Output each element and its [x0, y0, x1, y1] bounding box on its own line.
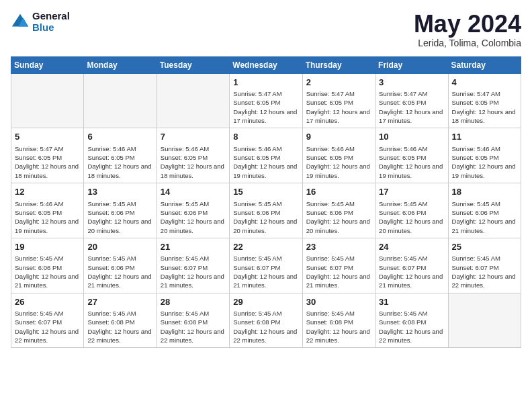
- calendar-cell: 6Sunrise: 5:46 AM Sunset: 6:05 PM Daylig…: [84, 128, 157, 183]
- day-number: 28: [161, 296, 226, 308]
- day-number: 30: [306, 296, 371, 308]
- day-header-thursday: Thursday: [302, 56, 375, 73]
- day-number: 31: [379, 296, 444, 308]
- day-number: 23: [306, 241, 371, 253]
- calendar-cell: [448, 293, 521, 348]
- day-info: Sunrise: 5:45 AM Sunset: 6:08 PM Dayligh…: [233, 309, 298, 345]
- day-number: 11: [452, 131, 517, 143]
- day-info: Sunrise: 5:45 AM Sunset: 6:08 PM Dayligh…: [306, 309, 371, 345]
- day-header-friday: Friday: [375, 56, 448, 73]
- day-info: Sunrise: 5:46 AM Sunset: 6:05 PM Dayligh…: [233, 144, 298, 180]
- calendar-cell: 24Sunrise: 5:45 AM Sunset: 6:07 PM Dayli…: [375, 238, 448, 293]
- day-info: Sunrise: 5:45 AM Sunset: 6:06 PM Dayligh…: [306, 199, 371, 235]
- day-info: Sunrise: 5:45 AM Sunset: 6:06 PM Dayligh…: [15, 254, 80, 289]
- calendar-cell: 17Sunrise: 5:45 AM Sunset: 6:06 PM Dayli…: [375, 183, 448, 238]
- calendar-cell: 5Sunrise: 5:47 AM Sunset: 6:05 PM Daylig…: [11, 128, 84, 183]
- calendar-cell: 29Sunrise: 5:45 AM Sunset: 6:08 PM Dayli…: [230, 293, 302, 348]
- calendar-cell: 8Sunrise: 5:46 AM Sunset: 6:05 PM Daylig…: [230, 128, 302, 183]
- calendar-cell: 16Sunrise: 5:45 AM Sunset: 6:06 PM Dayli…: [302, 183, 375, 238]
- day-number: 15: [233, 186, 298, 198]
- logo-blue: Blue: [32, 22, 70, 34]
- calendar-header: SundayMondayTuesdayWednesdayThursdayFrid…: [11, 56, 521, 73]
- calendar-cell: 12Sunrise: 5:46 AM Sunset: 6:05 PM Dayli…: [11, 183, 84, 238]
- calendar-cell: 13Sunrise: 5:45 AM Sunset: 6:06 PM Dayli…: [84, 183, 157, 238]
- day-info: Sunrise: 5:45 AM Sunset: 6:06 PM Dayligh…: [233, 199, 298, 235]
- day-info: Sunrise: 5:45 AM Sunset: 6:06 PM Dayligh…: [87, 254, 152, 289]
- day-number: 14: [161, 186, 226, 198]
- day-number: 6: [87, 131, 152, 143]
- day-info: Sunrise: 5:46 AM Sunset: 6:05 PM Dayligh…: [306, 144, 371, 180]
- calendar-cell: [11, 73, 84, 128]
- calendar-table: SundayMondayTuesdayWednesdayThursdayFrid…: [11, 56, 521, 349]
- day-info: Sunrise: 5:45 AM Sunset: 6:07 PM Dayligh…: [161, 254, 226, 289]
- calendar-body: 1Sunrise: 5:47 AM Sunset: 6:05 PM Daylig…: [11, 73, 521, 348]
- day-info: Sunrise: 5:45 AM Sunset: 6:06 PM Dayligh…: [87, 199, 152, 235]
- day-header-tuesday: Tuesday: [157, 56, 229, 73]
- day-number: 2: [306, 77, 371, 89]
- day-number: 22: [233, 241, 298, 253]
- day-header-monday: Monday: [84, 56, 157, 73]
- day-info: Sunrise: 5:45 AM Sunset: 6:08 PM Dayligh…: [87, 309, 152, 345]
- day-info: Sunrise: 5:45 AM Sunset: 6:07 PM Dayligh…: [306, 254, 371, 289]
- calendar-cell: 23Sunrise: 5:45 AM Sunset: 6:07 PM Dayli…: [302, 238, 375, 293]
- day-number: 1: [233, 77, 298, 89]
- day-header-sunday: Sunday: [11, 56, 84, 73]
- day-info: Sunrise: 5:46 AM Sunset: 6:05 PM Dayligh…: [379, 144, 444, 180]
- day-number: 24: [379, 241, 444, 253]
- day-info: Sunrise: 5:47 AM Sunset: 6:05 PM Dayligh…: [452, 89, 517, 125]
- day-number: 20: [87, 241, 152, 253]
- calendar-cell: 19Sunrise: 5:45 AM Sunset: 6:06 PM Dayli…: [11, 238, 84, 293]
- day-info: Sunrise: 5:45 AM Sunset: 6:07 PM Dayligh…: [233, 254, 298, 289]
- calendar-cell: 31Sunrise: 5:45 AM Sunset: 6:08 PM Dayli…: [375, 293, 448, 348]
- day-number: 18: [452, 186, 517, 198]
- calendar-cell: 21Sunrise: 5:45 AM Sunset: 6:07 PM Dayli…: [157, 238, 229, 293]
- day-number: 13: [87, 186, 152, 198]
- calendar-cell: 14Sunrise: 5:45 AM Sunset: 6:06 PM Dayli…: [157, 183, 229, 238]
- day-number: 17: [379, 186, 444, 198]
- day-info: Sunrise: 5:46 AM Sunset: 6:05 PM Dayligh…: [15, 199, 80, 235]
- day-number: 5: [15, 131, 80, 143]
- calendar-cell: 9Sunrise: 5:46 AM Sunset: 6:05 PM Daylig…: [302, 128, 375, 183]
- calendar-cell: 7Sunrise: 5:46 AM Sunset: 6:05 PM Daylig…: [157, 128, 229, 183]
- month-title: May 2024: [414, 11, 521, 38]
- calendar-cell: 11Sunrise: 5:46 AM Sunset: 6:05 PM Dayli…: [448, 128, 521, 183]
- day-number: 16: [306, 186, 371, 198]
- day-info: Sunrise: 5:45 AM Sunset: 6:07 PM Dayligh…: [15, 309, 80, 345]
- day-info: Sunrise: 5:47 AM Sunset: 6:05 PM Dayligh…: [306, 89, 371, 125]
- day-number: 4: [452, 77, 517, 89]
- calendar-cell: 1Sunrise: 5:47 AM Sunset: 6:05 PM Daylig…: [230, 73, 302, 128]
- calendar-cell: [157, 73, 229, 128]
- day-header-saturday: Saturday: [448, 56, 521, 73]
- calendar-cell: 30Sunrise: 5:45 AM Sunset: 6:08 PM Dayli…: [302, 293, 375, 348]
- day-number: 19: [15, 241, 80, 253]
- week-row-2: 5Sunrise: 5:47 AM Sunset: 6:05 PM Daylig…: [11, 128, 521, 183]
- day-header-wednesday: Wednesday: [230, 56, 302, 73]
- day-number: 26: [15, 296, 80, 308]
- day-info: Sunrise: 5:47 AM Sunset: 6:05 PM Dayligh…: [379, 89, 444, 125]
- page-header: General Blue May 2024 Lerida, Tolima, Co…: [11, 11, 521, 48]
- logo-icon: [11, 13, 30, 32]
- day-info: Sunrise: 5:45 AM Sunset: 6:08 PM Dayligh…: [379, 309, 444, 345]
- day-info: Sunrise: 5:46 AM Sunset: 6:05 PM Dayligh…: [87, 144, 152, 180]
- calendar-cell: 26Sunrise: 5:45 AM Sunset: 6:07 PM Dayli…: [11, 293, 84, 348]
- day-number: 8: [233, 131, 298, 143]
- day-info: Sunrise: 5:46 AM Sunset: 6:05 PM Dayligh…: [161, 144, 226, 180]
- calendar-cell: 2Sunrise: 5:47 AM Sunset: 6:05 PM Daylig…: [302, 73, 375, 128]
- week-row-5: 26Sunrise: 5:45 AM Sunset: 6:07 PM Dayli…: [11, 293, 521, 348]
- calendar-cell: 28Sunrise: 5:45 AM Sunset: 6:08 PM Dayli…: [157, 293, 229, 348]
- day-number: 10: [379, 131, 444, 143]
- calendar-cell: 27Sunrise: 5:45 AM Sunset: 6:08 PM Dayli…: [84, 293, 157, 348]
- calendar-cell: 18Sunrise: 5:45 AM Sunset: 6:06 PM Dayli…: [448, 183, 521, 238]
- day-info: Sunrise: 5:46 AM Sunset: 6:05 PM Dayligh…: [452, 144, 517, 180]
- logo-general: General: [32, 11, 70, 22]
- day-headers-row: SundayMondayTuesdayWednesdayThursdayFrid…: [11, 56, 521, 73]
- calendar-cell: 20Sunrise: 5:45 AM Sunset: 6:06 PM Dayli…: [84, 238, 157, 293]
- calendar-cell: 15Sunrise: 5:45 AM Sunset: 6:06 PM Dayli…: [230, 183, 302, 238]
- day-number: 7: [161, 131, 226, 143]
- calendar-cell: 10Sunrise: 5:46 AM Sunset: 6:05 PM Dayli…: [375, 128, 448, 183]
- day-number: 12: [15, 186, 80, 198]
- day-number: 27: [87, 296, 152, 308]
- day-number: 25: [452, 241, 517, 253]
- day-info: Sunrise: 5:45 AM Sunset: 6:06 PM Dayligh…: [452, 199, 517, 235]
- week-row-3: 12Sunrise: 5:46 AM Sunset: 6:05 PM Dayli…: [11, 183, 521, 238]
